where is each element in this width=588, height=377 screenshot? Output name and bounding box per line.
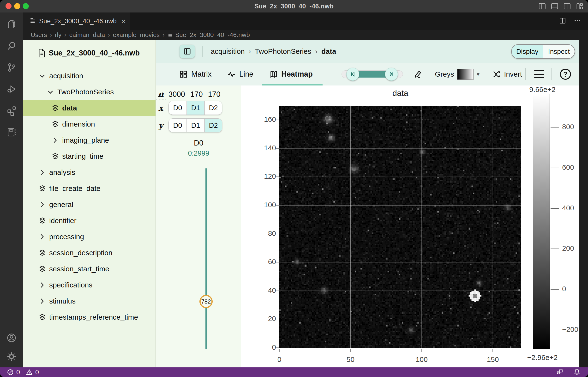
menu-hamburger-icon[interactable] xyxy=(534,70,544,78)
y-tick-label: 40 xyxy=(253,286,276,295)
x-dim-option-D1[interactable]: D1 xyxy=(186,101,204,115)
y-dim-option-D0[interactable]: D0 xyxy=(169,119,186,132)
notebook-extension-icon[interactable] xyxy=(6,126,18,138)
view-tab-line[interactable]: Line xyxy=(227,63,254,85)
document-icon xyxy=(38,48,46,58)
tree-item-specifications[interactable]: specifications xyxy=(23,277,156,293)
search-icon[interactable] xyxy=(6,40,18,52)
tree-item-TwoPhotonSeries[interactable]: TwoPhotonSeries xyxy=(23,84,156,100)
dataset-breadcrumb-item[interactable]: TwoPhotonSeries xyxy=(255,47,311,56)
titlebar: Sue_2x_3000_40_-46.nwb xyxy=(0,0,588,12)
tree-item-data[interactable]: data xyxy=(23,100,156,116)
tree-item-label: analysis xyxy=(49,168,75,177)
toggle-secondary-sidebar-icon[interactable] xyxy=(563,2,571,11)
toggle-panel-icon[interactable] xyxy=(551,2,559,11)
y-dim-option-D1[interactable]: D1 xyxy=(186,119,204,132)
breadcrumb-separator: › xyxy=(64,31,67,39)
chevron-right-icon[interactable] xyxy=(51,136,60,145)
tree-item-general[interactable]: general xyxy=(23,196,156,212)
display-button[interactable]: Display xyxy=(512,45,543,58)
frame-slider-handle[interactable]: 782 xyxy=(199,295,213,308)
chevron-right-icon[interactable] xyxy=(38,296,47,306)
customize-layout-icon[interactable] xyxy=(576,2,584,11)
heatmap-canvas[interactable] xyxy=(279,106,521,348)
dataset-icon xyxy=(38,216,47,225)
colorbar-max-label: 9.66e+2 xyxy=(511,85,574,94)
chevron-right-icon[interactable] xyxy=(38,281,47,290)
frame-slider-track[interactable] xyxy=(206,168,207,349)
tree-item-label: starting_time xyxy=(62,152,104,160)
tree-item-acquisition[interactable]: acquisition xyxy=(23,68,156,84)
heatmap-plot[interactable] xyxy=(279,106,521,348)
nwb-file-icon xyxy=(30,18,36,25)
tree-item-identifier[interactable]: identifier xyxy=(23,212,156,229)
x-tick-label: 150 xyxy=(478,355,507,364)
tree-item-imaging_plane[interactable]: imaging_plane xyxy=(23,132,156,148)
sidebar-toggle-button[interactable] xyxy=(180,45,195,58)
dataset-breadcrumb-item[interactable]: acquisition xyxy=(211,47,245,56)
problems-indicator[interactable]: 0 0 xyxy=(7,369,39,376)
colormap-dropdown-caret[interactable]: ▾ xyxy=(477,63,480,85)
dataset-icon xyxy=(51,119,60,129)
y-tick-label: 20 xyxy=(253,315,276,323)
editor-right-gutter xyxy=(579,40,588,367)
view-header: acquisition›TwoPhotonSeries›data Display… xyxy=(156,40,579,63)
tree-item-starting_time[interactable]: starting_time xyxy=(23,148,156,164)
invert-label[interactable]: Invert xyxy=(504,63,522,85)
inspect-button[interactable]: Inspect xyxy=(543,45,575,58)
notifications-bell-icon[interactable] xyxy=(573,368,581,377)
invert-icon[interactable] xyxy=(492,63,502,85)
chevron-down-icon[interactable] xyxy=(46,87,55,96)
run-debug-icon[interactable] xyxy=(6,83,18,95)
settings-gear-icon[interactable] xyxy=(6,351,18,363)
skip-end-icon xyxy=(388,71,394,77)
slider-handle-end[interactable] xyxy=(385,68,398,81)
x-dim-option-D2[interactable]: D2 xyxy=(204,101,222,115)
view-tab-label: Line xyxy=(239,70,254,79)
breadcrumb-file[interactable]: Sue_2x_3000_40_-46.nwb xyxy=(168,31,250,39)
view-tab-matrix[interactable]: Matrix xyxy=(179,63,211,85)
extensions-icon[interactable] xyxy=(6,105,18,117)
window-title: Sue_2x_3000_40_-46.nwb xyxy=(0,0,588,12)
split-editor-icon[interactable] xyxy=(559,17,566,25)
breadcrumb-item[interactable]: Users xyxy=(31,31,47,39)
chevron-right-icon[interactable] xyxy=(38,200,47,209)
tab-nwb-file[interactable]: Sue_2x_3000_40_-46.nwb × xyxy=(23,12,130,30)
tree-item-processing[interactable]: processing xyxy=(23,229,156,245)
dataset-icon xyxy=(38,313,47,322)
toggle-primary-sidebar-icon[interactable] xyxy=(538,2,546,11)
tree-item-dimension[interactable]: dimension xyxy=(23,116,156,132)
chevron-down-icon[interactable] xyxy=(38,71,47,81)
accounts-icon[interactable] xyxy=(6,332,18,344)
breadcrumb-separator: › xyxy=(162,31,165,39)
colormap-swatch[interactable] xyxy=(457,69,473,80)
view-toolbar: MatrixLineHeatmap Greys ▾ xyxy=(156,63,579,85)
breadcrumb-separator: › xyxy=(108,31,110,39)
tree-item-file_create_date[interactable]: file_create_date xyxy=(23,180,156,196)
slider-handle-start[interactable] xyxy=(346,68,359,81)
view-tab-heatmap[interactable]: Heatmap xyxy=(269,63,313,85)
tab-close-icon[interactable]: × xyxy=(121,17,126,25)
chevron-right-icon[interactable] xyxy=(38,232,47,241)
x-tick-mark xyxy=(350,349,351,352)
source-control-icon[interactable] xyxy=(6,61,18,73)
y-dim-option-D2[interactable]: D2 xyxy=(204,119,222,132)
x-dim-option-D0[interactable]: D0 xyxy=(169,101,186,115)
tree-item-stimulus[interactable]: stimulus xyxy=(23,293,156,309)
tree-item-session_description[interactable]: session_description xyxy=(23,245,156,261)
feedback-icon[interactable] xyxy=(556,368,564,377)
edit-pen-icon[interactable] xyxy=(413,63,423,85)
breadcrumb-item[interactable]: example_movies xyxy=(113,31,160,39)
explorer-icon[interactable] xyxy=(6,18,18,30)
frame-range-slider[interactable] xyxy=(342,70,403,79)
breadcrumb-item[interactable]: caiman_data xyxy=(69,31,105,39)
tree-item-session_start_time[interactable]: session_start_time xyxy=(23,261,156,277)
chevron-right-icon[interactable] xyxy=(38,168,47,177)
tree-item-analysis[interactable]: analysis xyxy=(23,164,156,180)
tree-item-timestamps_reference_time[interactable]: timestamps_reference_time xyxy=(23,309,156,325)
more-actions-icon[interactable] xyxy=(574,17,581,25)
breadcrumb-item[interactable]: rly xyxy=(55,31,61,39)
help-icon[interactable]: ? xyxy=(560,69,571,80)
dataset-breadcrumb: acquisition›TwoPhotonSeries›data xyxy=(211,40,336,63)
dataset-breadcrumb-item[interactable]: data xyxy=(321,47,336,56)
